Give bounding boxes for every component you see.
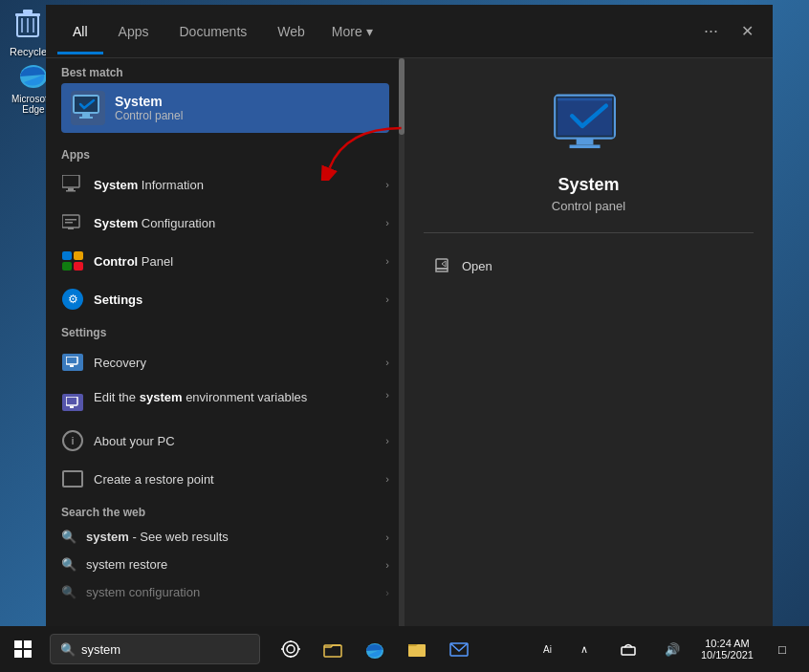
best-match-title: System — [115, 94, 380, 109]
network-icon[interactable] — [609, 630, 647, 668]
svg-rect-8 — [82, 114, 90, 117]
recovery-icon — [61, 351, 84, 374]
edge-taskbar-button[interactable] — [356, 630, 394, 668]
svg-rect-2 — [23, 10, 33, 13]
right-app-icon — [551, 87, 627, 163]
right-system-icon — [551, 90, 627, 162]
control-panel-label: Control Panel — [94, 254, 376, 269]
taskbar-search[interactable]: 🔍 — [50, 634, 260, 664]
start-icon — [14, 640, 32, 658]
menu-item-settings[interactable]: ⚙ Settings › — [46, 280, 404, 318]
chevron-right-icon: › — [385, 357, 389, 368]
svg-rect-28 — [558, 98, 612, 100]
best-match-icon — [71, 91, 105, 125]
tab-documents[interactable]: Documents — [164, 16, 262, 47]
right-app-subtitle: Control panel — [552, 199, 625, 213]
clock-area[interactable]: 10:24 AM 10/15/2021 — [697, 638, 757, 661]
right-actions: Open — [424, 249, 754, 283]
volume-icon[interactable]: 🔊 — [653, 630, 691, 668]
red-arrow — [314, 123, 404, 181]
svg-rect-20 — [70, 365, 74, 367]
search-web-item-3[interactable]: 🔍 system configuration › — [46, 578, 404, 606]
recovery-label: Recovery — [94, 356, 376, 370]
settings-label: Settings — [94, 293, 376, 307]
file-explorer-button[interactable] — [314, 630, 352, 668]
ai-label: Ai — [543, 644, 552, 655]
svg-rect-21 — [66, 397, 77, 405]
search-web-icon: 🔍 — [61, 530, 77, 544]
settings-section-label: Settings — [46, 318, 404, 343]
mail-button[interactable] — [440, 630, 478, 668]
svg-rect-10 — [75, 97, 98, 112]
system-config-icon — [61, 211, 84, 234]
folder-button[interactable] — [398, 630, 436, 668]
gear-icon: ⚙ — [62, 289, 83, 310]
tabs-more-options[interactable]: ··· — [696, 17, 726, 45]
left-panel: Best match — [46, 58, 404, 626]
search-web-item-1[interactable]: 🔍 system - See web results › — [46, 523, 404, 551]
search-web-text-2: system restore — [86, 557, 167, 572]
svg-rect-9 — [79, 117, 93, 119]
system-config-label: System Configuration — [94, 216, 376, 230]
hidden-icons-button[interactable]: ∧ — [565, 630, 603, 668]
desktop: Recycle Bin Microsof...Edge All Apps Doc… — [0, 0, 809, 672]
menu-item-control-panel[interactable]: Control Panel › — [46, 242, 404, 280]
task-view-button[interactable] — [272, 630, 310, 668]
restore-label: Create a restore point — [94, 472, 376, 487]
menu-item-env-variables[interactable]: Edit the system environment variables › — [46, 381, 404, 422]
recycle-bin-icon — [10, 4, 46, 40]
svg-rect-41 — [622, 647, 635, 655]
tab-web[interactable]: Web — [262, 16, 320, 47]
search-web-item-2[interactable]: 🔍 system restore › — [46, 551, 404, 578]
tab-more[interactable]: More ▾ — [320, 16, 384, 47]
best-match-text: System Control panel — [115, 94, 380, 122]
open-label: Open — [462, 259, 492, 273]
content-area: Best match — [46, 58, 773, 626]
notification-button[interactable]: □ — [763, 630, 801, 668]
tab-all[interactable]: All — [57, 16, 103, 47]
menu-item-restore-point[interactable]: Create a restore point › — [46, 460, 404, 498]
search-web-icon-3: 🔍 — [61, 585, 77, 599]
edge-taskbar-icon — [364, 639, 385, 660]
chevron-right-icon: › — [385, 435, 389, 446]
open-icon — [433, 256, 452, 275]
menu-item-about-pc[interactable]: i About your PC › — [46, 422, 404, 460]
svg-rect-17 — [65, 219, 77, 221]
search-icon: 🔍 — [60, 642, 76, 657]
menu-item-system-configuration[interactable]: System Configuration › — [46, 204, 404, 242]
taskbar: 🔍 — [0, 626, 809, 672]
about-pc-icon: i — [61, 429, 84, 452]
chevron-right-icon: › — [385, 217, 389, 228]
open-action[interactable]: Open — [424, 249, 754, 283]
taskbar-icons — [272, 630, 478, 668]
ai-button[interactable]: Ai — [536, 642, 559, 657]
chevron-right-icon: › — [385, 255, 389, 267]
right-panel: System Control panel Open — [404, 58, 773, 626]
date-display: 10/15/2021 — [701, 649, 754, 661]
menu-item-recovery[interactable]: Recovery › — [46, 343, 404, 381]
svg-rect-25 — [576, 138, 593, 144]
tabs-right: ··· ✕ — [696, 17, 761, 45]
chevron-right-icon: › — [385, 473, 389, 485]
svg-rect-22 — [70, 406, 74, 408]
svg-rect-26 — [569, 144, 600, 148]
chevron-right-icon: › — [385, 531, 389, 543]
search-web-text-1: system - See web results — [86, 530, 229, 544]
svg-rect-14 — [66, 190, 76, 192]
time-display: 10:24 AM — [705, 638, 749, 649]
system-info-icon — [61, 173, 84, 196]
env-icon — [61, 391, 84, 414]
search-input[interactable] — [81, 642, 234, 657]
svg-point-35 — [281, 648, 283, 650]
chevron-right-icon: › — [385, 559, 389, 571]
best-match-subtitle: Control panel — [115, 109, 380, 122]
right-app-title: System — [558, 175, 619, 195]
close-button[interactable]: ✕ — [733, 18, 761, 44]
system-tray: Ai ∧ 🔊 10:24 AM 10/15/2021 — [536, 630, 801, 668]
svg-rect-15 — [62, 215, 79, 228]
about-pc-label: About your PC — [94, 434, 376, 448]
start-button[interactable] — [0, 626, 46, 672]
svg-point-32 — [287, 645, 295, 653]
tabs-row: All Apps Documents Web More ▾ ··· ✕ — [46, 5, 773, 58]
tab-apps[interactable]: Apps — [103, 16, 164, 47]
